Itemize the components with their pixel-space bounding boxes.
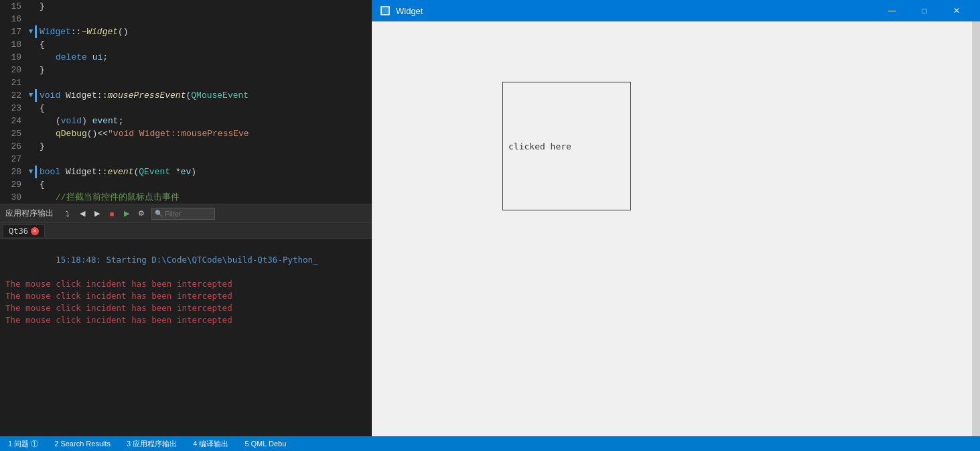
table-row: 29 { xyxy=(0,178,372,191)
line-code xyxy=(37,76,372,89)
toolbar-btn-settings[interactable]: ⚙ xyxy=(135,208,147,220)
line-number: 25 xyxy=(0,127,27,140)
output-timestamp: 15:18:48: Starting D:\Code\QTCode\build-… xyxy=(56,255,318,265)
inner-box[interactable]: clicked here xyxy=(502,82,631,210)
line-indicator xyxy=(27,127,35,140)
table-row: 27 xyxy=(0,153,372,166)
line-indicator xyxy=(27,76,35,89)
table-row: 30 //拦截当前控件的鼠标点击事件 xyxy=(0,191,372,204)
line-number: 28 xyxy=(0,166,27,178)
line-code: { xyxy=(37,178,372,191)
line-code: } xyxy=(37,140,372,153)
status-item-output[interactable]: 3 应用程序输出 xyxy=(124,439,180,449)
minimize-button[interactable]: — xyxy=(877,0,908,21)
left-panel: 15 } 16 17 ▼ xyxy=(0,0,372,436)
code-lines: 15 } 16 17 ▼ xyxy=(0,0,372,204)
widget-title: Widget xyxy=(396,6,871,16)
line-code xyxy=(37,13,372,25)
line-code: void Widget::mousePressEvent(QMouseEvent xyxy=(37,89,372,102)
line-indicator xyxy=(27,191,35,204)
toolbar-btn-stop[interactable]: ■ xyxy=(106,208,118,220)
tab-bar: Qt36 × xyxy=(0,223,372,239)
line-code: { xyxy=(37,102,372,115)
code-content: 15 } 16 17 ▼ xyxy=(0,0,372,204)
status-bar: 1 问题 ① 2 Search Results 3 应用程序输出 4 编译输出 … xyxy=(0,436,980,451)
table-row: 20 } xyxy=(0,64,372,76)
output-line-4: The mouse click incident has been interc… xyxy=(5,314,366,326)
line-indicator xyxy=(27,0,35,13)
line-code xyxy=(37,153,372,166)
status-item-qml[interactable]: 5 QML Debu xyxy=(242,440,289,448)
toolbar-btn-prev[interactable]: ◀ xyxy=(76,208,88,220)
line-code: //拦截当前控件的鼠标点击事件 xyxy=(37,191,372,204)
widget-window: Widget — □ ✕ clicked here xyxy=(372,0,980,436)
table-row: 23 { xyxy=(0,102,372,115)
clicked-here-text: clicked here xyxy=(508,141,571,151)
main-area: 15 } 16 17 ▼ xyxy=(0,0,980,436)
line-number: 23 xyxy=(0,102,27,115)
status-item-problems[interactable]: 1 问题 ① xyxy=(5,439,41,449)
line-number: 16 xyxy=(0,13,27,25)
line-code: { xyxy=(37,38,372,51)
line-indicator[interactable]: ▼ xyxy=(27,166,35,178)
table-row: 22 ▼ void Widget::mousePressEvent(QMouse… xyxy=(0,89,372,102)
line-number: 18 xyxy=(0,38,27,51)
widget-titlebar: Widget — □ ✕ xyxy=(372,0,980,21)
output-line-1: The mouse click incident has been interc… xyxy=(5,278,366,290)
line-number: 15 xyxy=(0,0,27,13)
widget-app-icon xyxy=(380,5,391,16)
line-number: 27 xyxy=(0,153,27,166)
table-row: 24 (void) event; xyxy=(0,115,372,127)
output-line-3: The mouse click incident has been interc… xyxy=(5,302,366,314)
table-row: 15 } xyxy=(0,0,372,13)
table-row: 28 ▼ bool Widget::event(QEvent *ev) xyxy=(0,166,372,178)
toolbar-btn-next[interactable]: ▶ xyxy=(91,208,103,220)
line-number: 29 xyxy=(0,178,27,191)
line-number: 30 xyxy=(0,191,27,204)
line-indicator xyxy=(27,115,35,127)
status-item-search[interactable]: 2 Search Results xyxy=(52,440,113,448)
output-toolbar: 应用程序输出 ⤵ ◀ ▶ ■ ▶ ⚙ 🔍 xyxy=(0,204,372,223)
line-number: 24 xyxy=(0,115,27,127)
line-number: 19 xyxy=(0,51,27,64)
line-code: Widget::~Widget() xyxy=(37,25,372,38)
line-code: (void) event; xyxy=(37,115,372,127)
scrollbar[interactable] xyxy=(972,21,980,436)
filter-input[interactable] xyxy=(165,210,212,218)
line-number: 26 xyxy=(0,140,27,153)
line-indicator xyxy=(27,102,35,115)
line-indicator xyxy=(27,38,35,51)
line-number: 17 xyxy=(0,25,27,38)
tab-close-button[interactable]: × xyxy=(31,227,39,235)
filter-box: 🔍 xyxy=(151,208,215,220)
line-code: bool Widget::event(QEvent *ev) xyxy=(37,166,372,178)
line-indicator[interactable]: ▼ xyxy=(27,89,35,102)
code-editor: 15 } 16 17 ▼ xyxy=(0,0,372,204)
table-row: 18 { xyxy=(0,38,372,51)
toolbar-btn-run[interactable]: ▶ xyxy=(121,208,133,220)
line-indicator[interactable]: ▼ xyxy=(27,25,35,38)
line-code: qDebug()<<"void Widget::mousePressEve xyxy=(37,127,372,140)
output-panel-title: 应用程序输出 xyxy=(5,208,54,219)
output-content: 15:18:48: Starting D:\Code\QTCode\build-… xyxy=(0,239,372,401)
line-indicator xyxy=(27,13,35,25)
tab-item-qt36[interactable]: Qt36 × xyxy=(3,224,45,237)
table-row: 26 } xyxy=(0,140,372,153)
line-indicator xyxy=(27,64,35,76)
output-line-2: The mouse click incident has been interc… xyxy=(5,290,366,302)
output-panel: 应用程序输出 ⤵ ◀ ▶ ■ ▶ ⚙ 🔍 Qt36 × xyxy=(0,204,372,401)
line-number: 21 xyxy=(0,76,27,89)
status-item-compile[interactable]: 4 编译输出 xyxy=(190,439,231,449)
line-number: 22 xyxy=(0,89,27,102)
line-indicator xyxy=(27,51,35,64)
line-indicator xyxy=(27,178,35,191)
line-indicator xyxy=(27,153,35,166)
table-row: 25 qDebug()<<"void Widget::mousePressEve xyxy=(0,127,372,140)
line-code: } xyxy=(37,0,372,13)
widget-body[interactable]: clicked here xyxy=(372,21,980,436)
toolbar-btn-wrap[interactable]: ⤵ xyxy=(62,208,74,220)
close-button[interactable]: ✕ xyxy=(941,0,972,21)
maximize-button[interactable]: □ xyxy=(909,0,940,21)
line-number: 20 xyxy=(0,64,27,76)
window-controls: — □ ✕ xyxy=(877,0,972,21)
